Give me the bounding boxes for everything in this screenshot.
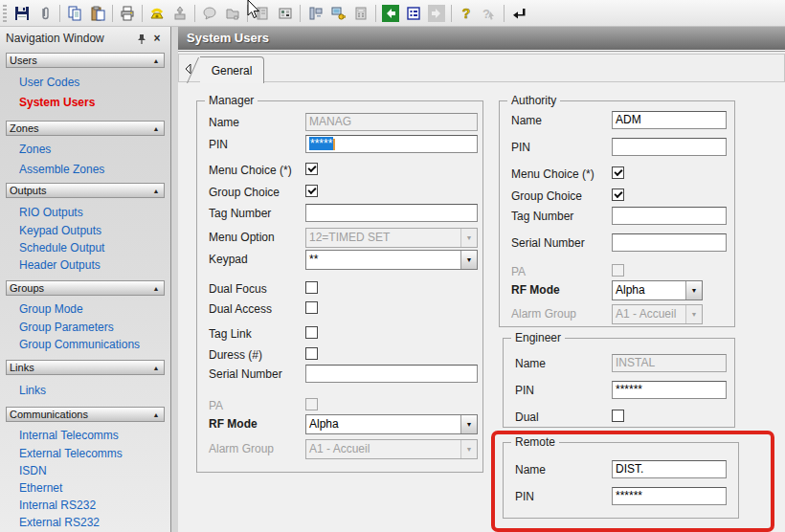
return-arrow-icon[interactable] (507, 2, 530, 25)
pin-icon[interactable] (134, 31, 149, 46)
manager-group-choice-checkbox[interactable] (305, 185, 318, 197)
panel-grid-icon[interactable] (274, 2, 297, 25)
nav-item-group-communications[interactable]: Group Communications (19, 337, 140, 353)
manager-menu-choice-label: Menu Choice (*) (209, 164, 292, 177)
engineer-dual-label: Dual (515, 410, 539, 424)
remote-access-icon[interactable] (326, 2, 349, 25)
authority-alarm-group-combo: A1 - Accueil▼ (612, 304, 703, 324)
nav-item-user-codes[interactable]: User Codes (19, 75, 79, 91)
form-list-icon[interactable] (402, 2, 425, 25)
svg-text:?: ? (482, 7, 490, 21)
manager-keypad-label: Keypad (209, 253, 248, 266)
nav-section-users[interactable]: Users▲ (6, 53, 165, 68)
engineer-group: Engineer Name INSTAL PIN ****** Dual (503, 338, 735, 428)
manager-group-choice-label: Group Choice (209, 186, 280, 199)
manager-duress-checkbox[interactable] (305, 347, 318, 360)
nav-section-zones[interactable]: Zones▲ (6, 121, 165, 136)
collapse-arrow-icon[interactable]: ▲ (148, 188, 164, 194)
save-icon[interactable] (11, 2, 34, 25)
nav-item-assemble-zones[interactable]: Assemble Zones (19, 162, 104, 178)
authority-pin-field[interactable] (612, 138, 727, 156)
nav-item-keypad-outputs[interactable]: Keypad Outputs (19, 223, 101, 239)
manager-dual-access-label: Dual Access (209, 302, 272, 316)
manager-pin-label: PIN (209, 138, 228, 151)
nav-item-schedule-output[interactable]: Schedule Output (19, 240, 104, 256)
engineer-dual-checkbox[interactable] (612, 410, 624, 422)
page-title: System Users (178, 27, 785, 50)
manager-rf-mode-label: RF Mode (209, 417, 258, 431)
nav-item-header-outputs[interactable]: Header Outputs (19, 257, 101, 274)
manager-dual-focus-label: Dual Focus (209, 282, 267, 296)
manager-menu-option-combo[interactable]: 12=TIMED SET▼ (305, 228, 478, 248)
nav-section-communications[interactable]: Communications▲ (6, 407, 165, 422)
collapse-arrow-icon[interactable]: ▲ (148, 285, 164, 292)
collapse-arrow-icon[interactable]: ▲ (148, 411, 164, 418)
chevron-down-icon: ▼ (460, 229, 477, 247)
manager-name-label: Name (209, 116, 239, 129)
authority-menu-choice-checkbox[interactable] (612, 166, 624, 179)
collapse-arrow-icon[interactable]: ▲ (148, 365, 164, 371)
manager-dual-focus-checkbox[interactable] (305, 281, 318, 294)
authority-name-field[interactable]: ADM (612, 111, 727, 129)
nav-item-group-mode[interactable]: Group Mode (19, 301, 83, 318)
manager-alarm-group-combo: A1 - Accueil▼ (305, 439, 478, 459)
nav-item-links[interactable]: Links (19, 383, 46, 399)
nav-section-groups[interactable]: Groups▲ (6, 280, 165, 296)
print-icon[interactable] (116, 2, 139, 25)
manager-pa-label: PA (209, 399, 223, 412)
help-icon[interactable]: ? (455, 2, 478, 25)
close-icon[interactable]: × (149, 31, 165, 46)
manager-rf-mode-combo[interactable]: Alpha▼ (305, 414, 478, 434)
nav-item-external-telecomms[interactable]: External Telecomms (19, 446, 123, 462)
manager-tag-link-checkbox[interactable] (305, 326, 318, 339)
navigation-window-header: Navigation Window × (0, 27, 170, 50)
chevron-down-icon: ▼ (685, 281, 702, 299)
manager-pa-checkbox (305, 398, 318, 410)
computer-icon (303, 2, 326, 25)
authority-pa-label: PA (511, 265, 526, 278)
nav-section-links[interactable]: Links▲ (6, 360, 165, 375)
nav-section-outputs[interactable]: Outputs▲ (6, 183, 165, 198)
nav-item-zones[interactable]: Zones (19, 142, 51, 158)
nav-item-internal-telecomms[interactable]: Internal Telecomms (19, 428, 119, 444)
nav-item-group-parameters[interactable]: Group Parameters (19, 320, 114, 336)
engineer-name-label: Name (515, 357, 546, 370)
mouse-cursor (247, 0, 261, 23)
manager-dual-access-checkbox[interactable] (305, 301, 318, 314)
context-help-icon: ? (478, 2, 501, 25)
nav-item-isdn[interactable]: ISDN (19, 463, 47, 479)
engineer-name-field[interactable]: INSTAL (612, 354, 727, 372)
manager-tag-number-field[interactable] (305, 204, 478, 222)
collapse-arrow-icon[interactable]: ▲ (148, 125, 164, 132)
nav-item-system-users[interactable]: System Users (19, 95, 95, 111)
authority-tag-number-field[interactable] (612, 207, 727, 225)
nav-item-external-rs232[interactable]: External RS232 (19, 515, 100, 531)
phone-icon[interactable] (146, 2, 168, 25)
tab-general[interactable]: General (200, 56, 264, 83)
copy-icon[interactable] (63, 2, 86, 25)
upload-panel-icon (168, 2, 191, 25)
manager-menu-choice-checkbox[interactable] (305, 163, 318, 175)
nav-item-rio-outputs[interactable]: RIO Outputs (19, 205, 83, 221)
engineer-pin-field[interactable]: ****** (612, 381, 727, 399)
nav-item-ethernet[interactable]: Ethernet (19, 480, 62, 497)
authority-group-choice-checkbox[interactable] (612, 188, 624, 201)
manager-serial-number-field[interactable] (305, 365, 478, 383)
manager-keypad-combo[interactable]: **▼ (305, 250, 478, 270)
engineer-group-legend: Engineer (511, 331, 565, 344)
manager-pin-field[interactable]: ***** (305, 135, 478, 153)
back-green-arrow-icon[interactable] (379, 2, 402, 25)
manager-alarm-group-label: Alarm Group (209, 442, 274, 455)
paperclip-icon[interactable] (34, 2, 56, 25)
manager-duress-label: Duress (#) (209, 348, 262, 362)
text-caret (333, 139, 335, 150)
authority-group-choice-label: Group Choice (511, 189, 582, 203)
toolbar-grip[interactable] (3, 5, 7, 22)
manager-name-field[interactable]: MANAG (305, 113, 478, 131)
collapse-arrow-icon[interactable]: ▲ (148, 57, 164, 64)
nav-item-internal-rs232[interactable]: Internal RS232 (19, 498, 96, 514)
authority-rf-mode-combo[interactable]: Alpha▼ (612, 280, 703, 300)
authority-serial-number-field[interactable] (612, 233, 727, 252)
authority-pa-checkbox (612, 264, 624, 277)
paste-icon[interactable] (86, 2, 109, 25)
